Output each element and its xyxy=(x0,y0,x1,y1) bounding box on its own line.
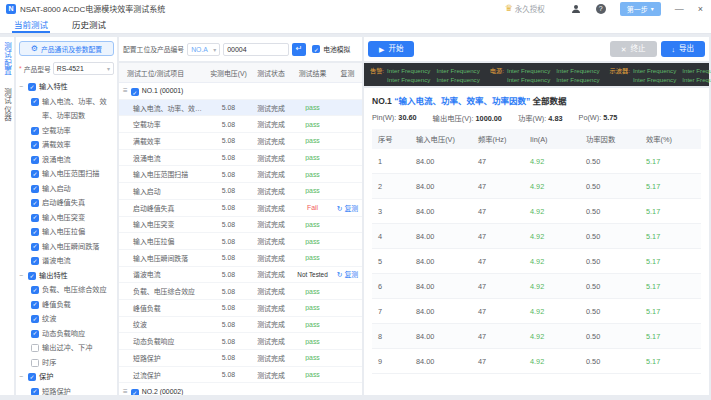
test-item-row[interactable]: 峰值负载5.08测试完成pass xyxy=(119,300,362,317)
checkbox[interactable]: ✓ xyxy=(31,214,39,222)
enter-button[interactable]: ↵ xyxy=(292,43,306,56)
stop-button[interactable]: ✕ 终止 xyxy=(610,41,657,57)
station-group-row[interactable]: ≡✓NO.2 (00002) xyxy=(119,383,362,395)
result-cell: 84.00 xyxy=(410,357,472,366)
checkbox[interactable]: ✓ xyxy=(31,330,39,338)
tree-group[interactable]: −✓输入特性 xyxy=(19,80,114,95)
test-item-row[interactable]: 动态负载响应5.08测试完成pass xyxy=(119,333,362,350)
start-button[interactable]: ▶ 开始 xyxy=(368,41,414,57)
battery-sim-checkbox[interactable]: ✓ 电池模拟 xyxy=(312,44,350,54)
test-item-row[interactable]: 输入电压突变5.08测试完成pass xyxy=(119,217,362,234)
tree-item[interactable]: ✓输入启动 xyxy=(19,182,114,197)
test-item-row[interactable]: 纹波5.08测试完成pass xyxy=(119,317,362,334)
test-item-row[interactable]: 输入电压拉偏5.08测试完成pass xyxy=(119,233,362,250)
checkbox[interactable]: ✓ xyxy=(31,388,39,396)
station-select[interactable]: NO.A ▾ xyxy=(187,43,220,56)
help-icon[interactable]: ? xyxy=(596,4,606,14)
test-item-row[interactable]: 浪涌电流5.08测试完成pass xyxy=(119,150,362,167)
product-number-input[interactable] xyxy=(223,43,289,56)
checkbox[interactable]: ✓ xyxy=(31,141,39,149)
test-item-row[interactable]: 过流保护5.08测试完成pass xyxy=(119,367,362,384)
model-select[interactable]: RS-4521 ▾ xyxy=(53,62,114,75)
test-item-row[interactable]: 输入启动5.08测试完成pass xyxy=(119,183,362,200)
tree-item[interactable]: ✓浪涌电流 xyxy=(19,153,114,168)
device-status-value: Inter Frequency xyxy=(387,75,430,84)
contact-icon[interactable] xyxy=(571,3,582,14)
result-cell: 5.17 xyxy=(640,257,701,266)
tree-group[interactable]: −✓输出特性 xyxy=(19,269,114,284)
checkbox[interactable]: ✓ xyxy=(31,315,39,323)
retest-button[interactable]: ↻ 复测 xyxy=(337,271,358,278)
tree-item[interactable]: ✓输入电压突变 xyxy=(19,211,114,226)
checkbox[interactable]: ✓ xyxy=(31,185,39,193)
test-item-row[interactable]: 谐波电流5.08测试完成Not Tested↻ 复测 xyxy=(119,267,362,284)
measured-voltage: 5.08 xyxy=(207,288,250,295)
tree-item-label: 输出过冲、下冲 xyxy=(42,341,114,356)
checkbox[interactable]: ✓ xyxy=(31,156,39,164)
test-status: 测试完成 xyxy=(250,203,292,213)
retest-button[interactable]: ↻ 复测 xyxy=(337,205,358,212)
tree-item[interactable]: ✓纹波 xyxy=(19,312,114,327)
checkbox[interactable]: ✓ xyxy=(31,286,39,294)
checkbox[interactable]: ✓ xyxy=(31,257,39,265)
tree-item[interactable]: ✓输入电压拉偏 xyxy=(19,225,114,240)
export-button[interactable]: ↓ 导出 xyxy=(661,41,706,57)
tree-item[interactable]: ✓负载、电压综合效应 xyxy=(19,283,114,298)
test-item-row[interactable]: 满载效率5.08测试完成pass xyxy=(119,133,362,150)
product-config-button[interactable]: ⚙ 产品通讯及参数配置 xyxy=(19,41,114,56)
test-result: pass xyxy=(292,288,333,295)
test-result: pass xyxy=(292,371,333,378)
test-table-header: 测试工位/测试项目 实测电压(V) 测试状态 测试结果 复测 xyxy=(119,63,362,83)
checkbox[interactable] xyxy=(31,359,39,367)
tree-item[interactable]: ✓空载功率 xyxy=(19,124,114,139)
collapse-icon[interactable]: − xyxy=(19,269,25,284)
checkbox[interactable]: ✓ xyxy=(31,199,39,207)
checkbox[interactable]: ✓ xyxy=(31,98,39,106)
vtab-test-config[interactable]: 测试配置 xyxy=(2,42,13,76)
tree-item[interactable]: ✓输入电压瞬间跌落 xyxy=(19,240,114,255)
tab-current-test[interactable]: 当前测试 xyxy=(12,17,50,33)
collapse-icon[interactable]: − xyxy=(19,80,25,95)
station-group-row[interactable]: ≡✓NO.1 (00001) xyxy=(119,83,362,100)
checkbox[interactable] xyxy=(31,344,39,352)
test-item-row[interactable]: 负载、电压综合效应5.08测试完成pass xyxy=(119,283,362,300)
checkbox[interactable]: ✓ xyxy=(31,170,39,178)
checkbox[interactable]: ✓ xyxy=(28,83,36,91)
tree-item[interactable]: ✓满载效率 xyxy=(19,138,114,153)
checkbox[interactable]: ✓ xyxy=(31,127,39,135)
test-item-row[interactable]: 输入电压范围扫描5.08测试完成pass xyxy=(119,166,362,183)
checkbox[interactable]: ✓ xyxy=(312,45,320,53)
tree-item[interactable]: ✓短路保护 xyxy=(19,385,114,396)
minimize-button[interactable]: — xyxy=(675,4,684,14)
tree-item-label: 动态负载响应 xyxy=(42,327,114,342)
test-item-row[interactable]: 空载功率5.08测试完成pass xyxy=(119,116,362,133)
checkbox[interactable]: ✓ xyxy=(31,301,39,309)
tree-item[interactable]: ✓峰值负载 xyxy=(19,298,114,313)
tree-item[interactable]: ✓输入电压范围扫描 xyxy=(19,167,114,182)
tree-item[interactable]: ✓谐波电流 xyxy=(19,254,114,269)
tree-group[interactable]: −✓保护 xyxy=(19,370,114,385)
test-item-name: 动态负载响应 xyxy=(119,336,207,346)
tree-item[interactable]: 输出过冲、下冲 xyxy=(19,341,114,356)
collapse-icon[interactable]: − xyxy=(19,370,25,385)
checkbox[interactable]: ✓ xyxy=(28,272,36,280)
checkbox[interactable]: ✓ xyxy=(28,373,36,381)
test-item-row[interactable]: 启动峰值失真5.08测试完成Fail↻ 复测 xyxy=(119,200,362,217)
tab-history-test[interactable]: 历史测试 xyxy=(70,17,108,33)
checkbox[interactable]: ✓ xyxy=(31,243,39,251)
test-item-row[interactable]: 短路保护5.08测试完成pass xyxy=(119,350,362,367)
checkbox[interactable]: ✓ xyxy=(131,389,139,395)
tree-item[interactable]: 时序 xyxy=(19,356,114,371)
tree-item[interactable]: ✓动态负载响应 xyxy=(19,327,114,342)
test-item-row[interactable]: 输入电流、功率、效率、功率因数5.08测试完成pass xyxy=(119,100,362,117)
test-item-row[interactable]: 输入电压瞬间跌落5.08测试完成pass xyxy=(119,250,362,267)
measured-voltage: 5.08 xyxy=(207,254,250,261)
tree-item[interactable]: ✓启动峰值失真 xyxy=(19,196,114,211)
checkbox[interactable]: ✓ xyxy=(31,228,39,236)
close-button[interactable]: × xyxy=(698,4,703,14)
col-iin: Iin(A) xyxy=(524,135,580,144)
vtab-test-instrument[interactable]: 测试仪器 xyxy=(2,88,13,122)
tree-item[interactable]: ✓输入电流、功率、效率、功率因数 xyxy=(19,95,114,124)
version-dropdown-button[interactable]: 第一步 ▾ xyxy=(620,2,661,16)
checkbox[interactable]: ✓ xyxy=(131,88,139,96)
